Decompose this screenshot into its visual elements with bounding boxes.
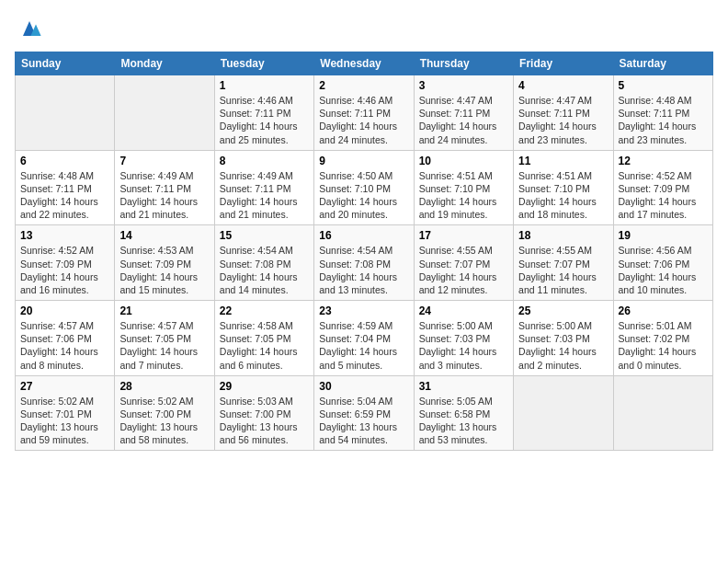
calendar-cell: 10 Sunrise: 4:51 AM Sunset: 7:10 PM Dayl…: [414, 150, 513, 225]
calendar-cell: 15 Sunrise: 4:54 AM Sunset: 7:08 PM Dayl…: [214, 225, 313, 301]
day-detail: Sunrise: 4:50 AM Sunset: 7:10 PM Dayligh…: [319, 169, 408, 222]
calendar-cell: 5 Sunrise: 4:48 AM Sunset: 7:11 PM Dayli…: [613, 75, 712, 151]
day-detail: Sunrise: 5:05 AM Sunset: 6:58 PM Dayligh…: [419, 395, 508, 447]
calendar-cell: 6 Sunrise: 4:48 AM Sunset: 7:11 PM Dayli…: [16, 150, 115, 225]
day-detail: Sunrise: 5:03 AM Sunset: 7:00 PM Dayligh…: [220, 395, 309, 447]
calendar-cell: 31 Sunrise: 5:05 AM Sunset: 6:58 PM Dayl…: [414, 375, 513, 451]
day-number: 29: [220, 380, 309, 393]
logo-icon: [17, 15, 42, 40]
calendar-cell: 26 Sunrise: 5:01 AM Sunset: 7:02 PM Dayl…: [613, 301, 712, 376]
day-detail: Sunrise: 4:48 AM Sunset: 7:11 PM Dayligh…: [20, 169, 109, 222]
page-header: [15, 15, 713, 44]
day-detail: Sunrise: 4:46 AM Sunset: 7:11 PM Dayligh…: [220, 94, 309, 146]
day-number: 16: [319, 229, 408, 242]
day-number: 18: [518, 229, 608, 242]
calendar-cell: 23 Sunrise: 4:59 AM Sunset: 7:04 PM Dayl…: [314, 301, 414, 376]
day-detail: Sunrise: 4:59 AM Sunset: 7:04 PM Dayligh…: [319, 319, 408, 372]
day-number: 31: [419, 380, 508, 393]
calendar-cell: 1 Sunrise: 4:46 AM Sunset: 7:11 PM Dayli…: [214, 75, 313, 151]
calendar-week-row: 1 Sunrise: 4:46 AM Sunset: 7:11 PM Dayli…: [16, 75, 713, 151]
weekday-header: Tuesday: [214, 52, 313, 75]
day-detail: Sunrise: 5:02 AM Sunset: 7:00 PM Dayligh…: [119, 395, 209, 447]
calendar-cell: [115, 75, 214, 151]
calendar-cell: 27 Sunrise: 5:02 AM Sunset: 7:01 PM Dayl…: [16, 375, 115, 451]
calendar-cell: 11 Sunrise: 4:51 AM Sunset: 7:10 PM Dayl…: [514, 150, 613, 225]
calendar-cell: 12 Sunrise: 4:52 AM Sunset: 7:09 PM Dayl…: [613, 150, 712, 225]
calendar-cell: 22 Sunrise: 4:58 AM Sunset: 7:05 PM Dayl…: [214, 301, 313, 376]
calendar-cell: 4 Sunrise: 4:47 AM Sunset: 7:11 PM Dayli…: [514, 75, 613, 151]
day-detail: Sunrise: 4:52 AM Sunset: 7:09 PM Dayligh…: [619, 169, 708, 222]
day-number: 11: [518, 155, 608, 167]
day-number: 26: [619, 304, 708, 317]
day-detail: Sunrise: 4:52 AM Sunset: 7:09 PM Dayligh…: [20, 244, 109, 296]
day-number: 2: [319, 79, 408, 92]
calendar-cell: 13 Sunrise: 4:52 AM Sunset: 7:09 PM Dayl…: [16, 225, 115, 301]
calendar-week-row: 6 Sunrise: 4:48 AM Sunset: 7:11 PM Dayli…: [16, 150, 713, 225]
calendar-cell: 2 Sunrise: 4:46 AM Sunset: 7:11 PM Dayli…: [314, 75, 414, 151]
weekday-header: Wednesday: [314, 52, 414, 75]
day-number: 9: [319, 155, 408, 167]
calendar-cell: 9 Sunrise: 4:50 AM Sunset: 7:10 PM Dayli…: [314, 150, 414, 225]
calendar-cell: 20 Sunrise: 4:57 AM Sunset: 7:06 PM Dayl…: [16, 301, 115, 376]
day-detail: Sunrise: 4:54 AM Sunset: 7:08 PM Dayligh…: [220, 244, 309, 296]
calendar-week-row: 13 Sunrise: 4:52 AM Sunset: 7:09 PM Dayl…: [16, 225, 713, 301]
calendar-cell: [514, 375, 613, 451]
day-number: 4: [518, 79, 608, 92]
calendar-cell: 30 Sunrise: 5:04 AM Sunset: 6:59 PM Dayl…: [314, 375, 414, 451]
day-detail: Sunrise: 4:47 AM Sunset: 7:11 PM Dayligh…: [419, 94, 508, 146]
weekday-header-row: SundayMondayTuesdayWednesdayThursdayFrid…: [16, 52, 713, 75]
day-detail: Sunrise: 4:55 AM Sunset: 7:07 PM Dayligh…: [419, 244, 508, 296]
day-detail: Sunrise: 4:57 AM Sunset: 7:06 PM Dayligh…: [20, 319, 109, 372]
calendar-cell: 18 Sunrise: 4:55 AM Sunset: 7:07 PM Dayl…: [514, 225, 613, 301]
day-number: 10: [419, 155, 508, 167]
day-detail: Sunrise: 4:53 AM Sunset: 7:09 PM Dayligh…: [119, 244, 209, 296]
day-detail: Sunrise: 4:51 AM Sunset: 7:10 PM Dayligh…: [518, 169, 608, 222]
calendar-cell: 29 Sunrise: 5:03 AM Sunset: 7:00 PM Dayl…: [214, 375, 313, 451]
day-detail: Sunrise: 5:01 AM Sunset: 7:02 PM Dayligh…: [619, 319, 708, 372]
day-number: 21: [119, 304, 209, 317]
logo: [15, 15, 42, 44]
weekday-header: Monday: [115, 52, 214, 75]
calendar-cell: 7 Sunrise: 4:49 AM Sunset: 7:11 PM Dayli…: [115, 150, 214, 225]
day-detail: Sunrise: 5:00 AM Sunset: 7:03 PM Dayligh…: [518, 319, 608, 372]
calendar-cell: 25 Sunrise: 5:00 AM Sunset: 7:03 PM Dayl…: [514, 301, 613, 376]
day-number: 20: [20, 304, 109, 317]
day-number: 3: [419, 79, 508, 92]
calendar-cell: 14 Sunrise: 4:53 AM Sunset: 7:09 PM Dayl…: [115, 225, 214, 301]
day-number: 15: [220, 229, 309, 242]
day-detail: Sunrise: 4:57 AM Sunset: 7:05 PM Dayligh…: [119, 319, 209, 372]
day-number: 12: [619, 155, 708, 167]
calendar-cell: 17 Sunrise: 4:55 AM Sunset: 7:07 PM Dayl…: [414, 225, 513, 301]
day-detail: Sunrise: 4:58 AM Sunset: 7:05 PM Dayligh…: [220, 319, 309, 372]
day-number: 5: [619, 79, 708, 92]
calendar-week-row: 27 Sunrise: 5:02 AM Sunset: 7:01 PM Dayl…: [16, 375, 713, 451]
day-detail: Sunrise: 5:00 AM Sunset: 7:03 PM Dayligh…: [419, 319, 508, 372]
day-detail: Sunrise: 4:56 AM Sunset: 7:06 PM Dayligh…: [619, 244, 708, 296]
day-detail: Sunrise: 4:54 AM Sunset: 7:08 PM Dayligh…: [319, 244, 408, 296]
calendar-cell: 3 Sunrise: 4:47 AM Sunset: 7:11 PM Dayli…: [414, 75, 513, 151]
calendar-cell: 19 Sunrise: 4:56 AM Sunset: 7:06 PM Dayl…: [613, 225, 712, 301]
day-number: 22: [220, 304, 309, 317]
day-number: 25: [518, 304, 608, 317]
day-number: 8: [220, 155, 309, 167]
day-number: 14: [119, 229, 209, 242]
day-number: 19: [619, 229, 708, 242]
calendar-cell: [613, 375, 712, 451]
day-detail: Sunrise: 4:47 AM Sunset: 7:11 PM Dayligh…: [518, 94, 608, 146]
day-number: 28: [119, 380, 209, 393]
calendar-cell: 28 Sunrise: 5:02 AM Sunset: 7:00 PM Dayl…: [115, 375, 214, 451]
day-number: 1: [220, 79, 309, 92]
weekday-header: Sunday: [16, 52, 115, 75]
calendar-cell: [16, 75, 115, 151]
day-number: 6: [20, 155, 109, 167]
day-number: 27: [20, 380, 109, 393]
calendar-cell: 21 Sunrise: 4:57 AM Sunset: 7:05 PM Dayl…: [115, 301, 214, 376]
day-detail: Sunrise: 4:49 AM Sunset: 7:11 PM Dayligh…: [220, 169, 309, 222]
day-number: 24: [419, 304, 508, 317]
day-number: 13: [20, 229, 109, 242]
calendar-table: SundayMondayTuesdayWednesdayThursdayFrid…: [15, 52, 713, 451]
calendar-cell: 8 Sunrise: 4:49 AM Sunset: 7:11 PM Dayli…: [214, 150, 313, 225]
calendar-cell: 24 Sunrise: 5:00 AM Sunset: 7:03 PM Dayl…: [414, 301, 513, 376]
day-detail: Sunrise: 5:04 AM Sunset: 6:59 PM Dayligh…: [319, 395, 408, 447]
day-detail: Sunrise: 4:48 AM Sunset: 7:11 PM Dayligh…: [619, 94, 708, 146]
